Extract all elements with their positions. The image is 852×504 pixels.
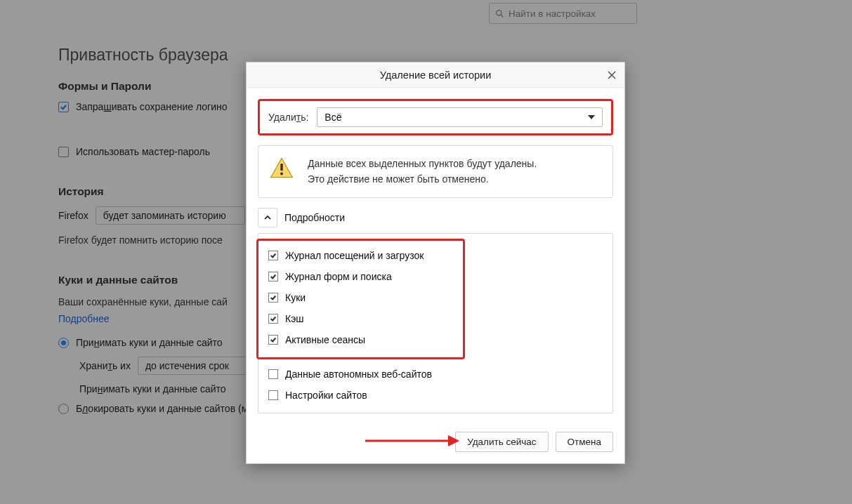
chevron-up-icon — [263, 213, 272, 222]
details-toggle[interactable] — [258, 208, 277, 227]
time-range-select[interactable]: Всё — [317, 107, 603, 127]
item-sessions-label: Активные сеансы — [285, 334, 365, 345]
highlighted-items: Журнал посещений и загрузок Журнал форм … — [256, 239, 465, 359]
item-forms-checkbox[interactable] — [268, 272, 278, 281]
close-icon[interactable] — [603, 67, 620, 84]
delete-now-button[interactable]: Удалить сейчас — [455, 432, 548, 452]
item-forms-label: Журнал форм и поиска — [285, 271, 392, 282]
time-range-label: Удалить: — [268, 112, 308, 123]
item-offline-label: Данные автономных веб-сайтов — [285, 369, 432, 380]
warning-box: Данные всех выделенных пунктов будут уда… — [258, 145, 613, 198]
dialog-title: Удаление всей истории — [380, 69, 491, 81]
details-label: Подробности — [284, 212, 345, 223]
svg-rect-5 — [280, 164, 282, 171]
time-range-value: Всё — [325, 112, 341, 123]
item-sessions-checkbox[interactable] — [268, 335, 278, 345]
item-cache-checkbox[interactable] — [268, 314, 278, 324]
warning-icon — [270, 156, 294, 180]
item-offline-checkbox[interactable] — [268, 369, 278, 379]
item-browsing-label: Журнал посещений и загрузок — [285, 250, 424, 261]
warning-line2: Это действие не может быть отменено. — [308, 171, 537, 187]
warning-line1: Данные всех выделенных пунктов будут уда… — [308, 156, 537, 171]
item-site-settings-label: Настройки сайтов — [285, 390, 367, 401]
clear-history-dialog: Удаление всей истории Удалить: Всё Данны… — [246, 62, 625, 464]
item-browsing-checkbox[interactable] — [268, 251, 278, 260]
item-cache-label: Кэш — [285, 313, 304, 324]
time-range-row: Удалить: Всё — [258, 99, 613, 135]
chevron-down-icon — [588, 115, 595, 119]
item-site-settings-checkbox[interactable] — [268, 390, 278, 400]
item-cookies-label: Куки — [285, 292, 306, 303]
details-panel: Журнал посещений и загрузок Журнал форм … — [258, 233, 613, 413]
dialog-header: Удаление всей истории — [247, 62, 624, 88]
cancel-button[interactable]: Отмена — [556, 432, 613, 452]
svg-point-6 — [280, 173, 283, 175]
item-cookies-checkbox[interactable] — [268, 293, 278, 303]
